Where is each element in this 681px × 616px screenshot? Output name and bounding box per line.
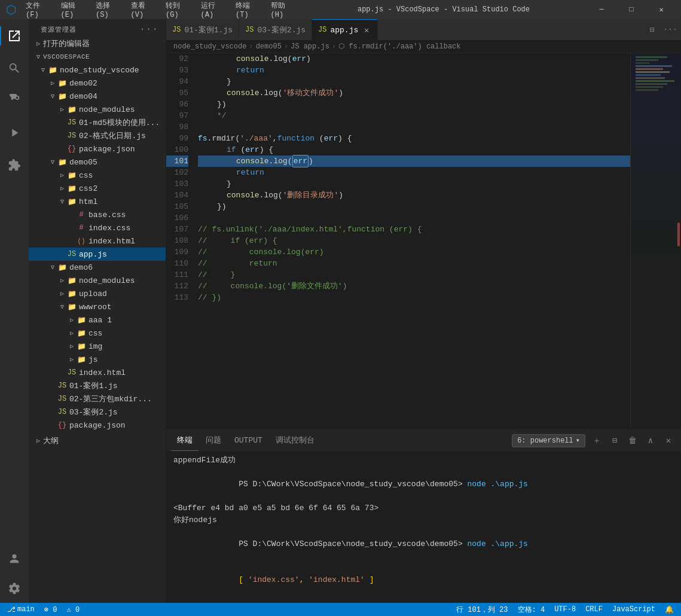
settings-icon[interactable]	[0, 574, 29, 603]
term-line-1: appendFile成功	[173, 455, 674, 466]
sidebar-item-pkg-2[interactable]: ▷ {} package.json	[29, 419, 166, 432]
tab-close-button[interactable]: ✕	[362, 25, 371, 35]
menu-file[interactable]: 文件(F)	[21, 0, 55, 20]
sidebar-item-format[interactable]: ▷ JS 02-格式化日期.js	[29, 129, 166, 142]
menu-terminal[interactable]: 终端(T)	[231, 0, 265, 20]
sidebar-item-html-folder[interactable]: ▽ 📁 html	[29, 195, 166, 208]
code-line-108: // if (err) {	[198, 235, 630, 246]
cursor-position-item[interactable]: 行 101，列 23	[454, 603, 510, 616]
sidebar-item-index-html-2[interactable]: ▷ JS index.html	[29, 366, 166, 379]
sidebar-item-js-folder[interactable]: ▷ 📁 js	[29, 353, 166, 366]
panel-tab-debug[interactable]: 调试控制台	[270, 430, 320, 451]
close-panel-button[interactable]: ✕	[661, 433, 676, 449]
sidebar-item-css-wwwroot[interactable]: ▷ 📁 css	[29, 327, 166, 340]
spaces-label: 空格: 4	[518, 605, 545, 615]
code-line-92: console.log(err)	[198, 53, 630, 65]
sidebar-item-upload[interactable]: ▷ 📁 upload	[29, 287, 166, 300]
sidebar-item-node-study[interactable]: ▽ 📁 node_study_vscode	[29, 63, 166, 77]
menu-view[interactable]: 查看(V)	[126, 0, 160, 20]
spaces-item[interactable]: 空格: 4	[515, 603, 548, 616]
node-study-label: node_study_vscode	[60, 66, 139, 75]
menu-goto[interactable]: 转到(G)	[161, 0, 195, 20]
sidebar-item-node-modules-2[interactable]: ▷ 📁 node_modules	[29, 274, 166, 287]
tab-case2[interactable]: JS 03-案例2.js	[239, 19, 312, 40]
notifications-item[interactable]: 🔔	[662, 603, 676, 616]
css2-label: css2	[79, 184, 97, 193]
folder-icon: 📁	[57, 79, 67, 88]
bc-part-4[interactable]: ⬡ fs.rmdir('./aaa') callback	[338, 42, 460, 51]
sidebar-item-app-js[interactable]: ▷ JS app.js	[29, 248, 166, 261]
code-line-93: return	[198, 65, 630, 76]
tab-case1[interactable]: JS 01-案例1.js	[166, 19, 239, 40]
code-line-106	[198, 212, 630, 224]
tab-js-icon-2: JS	[245, 26, 254, 34]
sidebar-item-css[interactable]: ▷ 📁 css	[29, 169, 166, 182]
bc-part-1[interactable]: node_study_vscode	[173, 42, 246, 51]
panel-tab-problems[interactable]: 问题	[200, 430, 227, 451]
menu-selection[interactable]: 选择(S)	[91, 0, 125, 20]
sidebar-item-img[interactable]: ▷ 📁 img	[29, 340, 166, 353]
sidebar-item-node-modules-1[interactable]: ▷ 📁 node_modules	[29, 103, 166, 116]
panel-actions: ＋ ⊟ 🗑 ∧ ✕	[589, 433, 676, 449]
js-icon: JS	[67, 132, 77, 140]
explorer-icon[interactable]	[0, 22, 29, 50]
language-item[interactable]: JavaScript	[610, 603, 658, 616]
menu-edit[interactable]: 编辑(E)	[56, 0, 90, 20]
sidebar-item-demo6[interactable]: ▽ 📁 demo6	[29, 261, 166, 274]
search-icon[interactable]	[0, 54, 29, 83]
panel-tab-terminal[interactable]: 终端	[171, 430, 199, 451]
minimize-button[interactable]: ─	[588, 0, 615, 19]
sidebar-item-index-css[interactable]: ▷ # index.css	[29, 221, 166, 234]
sidebar-item-demo02[interactable]: ▷ 📁 demo02	[29, 77, 166, 90]
extensions-icon[interactable]	[0, 151, 29, 179]
content-area: 资源管理器 ··· ▷ 打开的编辑器 ▽ VSCODESPACE ▽ 📁	[0, 19, 681, 603]
maximize-button[interactable]: □	[618, 0, 645, 19]
bc-part-3[interactable]: JS app.js	[291, 42, 329, 51]
sidebar-item-css2[interactable]: ▷ 📁 css2	[29, 182, 166, 195]
split-terminal-button[interactable]: ⊟	[607, 433, 622, 449]
line-ending-item[interactable]: CRLF	[583, 603, 605, 616]
sidebar-item-case2[interactable]: ▷ JS 03-案例2.js	[29, 405, 166, 419]
sidebar-item-base-css[interactable]: ▷ # base.css	[29, 208, 166, 221]
encoding-item[interactable]: UTF-8	[552, 603, 578, 616]
add-terminal-button[interactable]: ＋	[589, 433, 604, 449]
kill-terminal-button[interactable]: 🗑	[625, 433, 640, 449]
close-button[interactable]: ✕	[648, 0, 675, 19]
source-control-icon[interactable]	[0, 86, 29, 115]
sidebar-item-third[interactable]: ▷ JS 02-第三方包mkdir...	[29, 392, 166, 405]
code-content[interactable]: console.log(err) return } console.log('移…	[193, 53, 630, 429]
sidebar-item-demo04[interactable]: ▽ 📁 demo04	[29, 90, 166, 103]
sidebar-item-wwwroot[interactable]: ▽ 📁 wwwroot	[29, 300, 166, 313]
terminal-content[interactable]: appendFile成功 PS D:\CWork\VScodSpace\node…	[166, 451, 681, 603]
warnings-item[interactable]: ⚠ 0	[64, 603, 82, 616]
sidebar-item-pkg-1[interactable]: ▷ {} package.json	[29, 142, 166, 155]
git-branch-item[interactable]: ⎇ main	[5, 603, 37, 616]
sidebar-item-demo05[interactable]: ▽ 📁 demo05	[29, 155, 166, 169]
git-branch-icon: ⎇	[7, 605, 16, 614]
sidebar-menu-button[interactable]: ···	[139, 24, 158, 35]
line-numbers: 9293949596 979899100 101 102103104105 10…	[166, 53, 193, 429]
sidebar-item-md5[interactable]: ▷ JS 01-md5模块的使用...	[29, 116, 166, 129]
root-folder[interactable]: ▽ VSCODESPACE	[29, 50, 166, 63]
open-editors-section[interactable]: ▷ 打开的编辑器	[29, 37, 166, 50]
maximize-panel-button[interactable]: ∧	[643, 433, 658, 449]
split-editor-button[interactable]: ⊟	[644, 22, 661, 38]
panel-tab-output[interactable]: OUTPUT	[228, 430, 268, 451]
bc-part-2[interactable]: demo05	[256, 42, 282, 51]
more-actions-button[interactable]: ···	[662, 22, 679, 38]
tab-appjs[interactable]: JS app.js ✕	[312, 19, 378, 40]
code-editor[interactable]: 9293949596 979899100 101 102103104105 10…	[166, 53, 681, 429]
menu-help[interactable]: 帮助(H)	[266, 0, 300, 20]
code-line-112: // console.log('删除文件成功')	[198, 280, 630, 292]
outline-section[interactable]: ▷ 大纲	[29, 434, 166, 447]
js-icon: JS	[57, 408, 67, 416]
account-icon[interactable]	[0, 544, 29, 573]
menu-run[interactable]: 运行(A)	[196, 0, 230, 20]
activity-bar	[0, 19, 29, 603]
shell-selector[interactable]: 6: powershell ▾	[512, 434, 585, 447]
sidebar-item-case1[interactable]: ▷ JS 01-案例1.js	[29, 379, 166, 392]
errors-item[interactable]: ⊗ 0	[42, 603, 60, 616]
sidebar-item-index-html[interactable]: ▷ ⟨⟩ index.html	[29, 234, 166, 248]
sidebar-item-aaa[interactable]: ▷ 📁 aaa 1	[29, 313, 166, 327]
run-icon[interactable]	[0, 118, 29, 147]
